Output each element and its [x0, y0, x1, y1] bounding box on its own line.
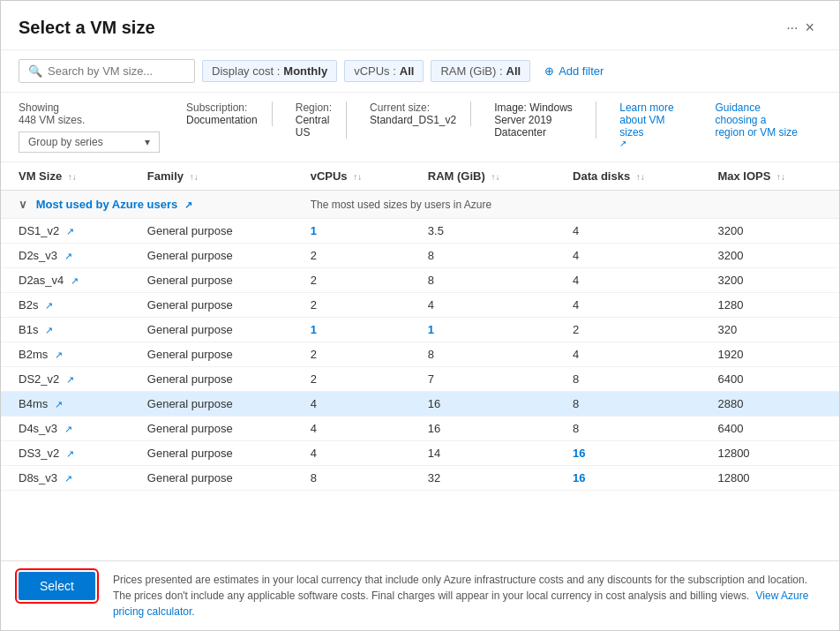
- cell-vm-name: D2as_v4 ↗: [1, 268, 130, 293]
- ellipsis-menu[interactable]: ···: [786, 20, 798, 36]
- table-row[interactable]: D4s_v3 ↗ General purpose 4 16 8 6400: [1, 417, 839, 441]
- search-icon: 🔍: [28, 64, 42, 78]
- vm-trend-link[interactable]: ↗: [45, 300, 53, 311]
- table-row[interactable]: DS1_v2 ↗ General purpose 1 3.5 4 3200: [1, 219, 839, 244]
- table-row[interactable]: B4ms ↗ General purpose 4 16 8 2880: [1, 392, 839, 417]
- sort-icon: ↑↓: [68, 172, 77, 182]
- group-by-dropdown[interactable]: Group by series ▾: [19, 131, 160, 153]
- cell-family: General purpose: [130, 392, 293, 417]
- region-label: Region:: [296, 101, 332, 114]
- cell-iops: 3200: [700, 219, 839, 244]
- cell-iops: 320: [700, 318, 839, 342]
- current-size-label: Current size:: [370, 101, 456, 114]
- col-data-disks[interactable]: Data disks ↑↓: [555, 162, 700, 191]
- group-description: The most used sizes by users in Azure: [293, 191, 839, 219]
- cell-family: General purpose: [130, 367, 293, 392]
- cell-vcpus: 1: [293, 318, 410, 342]
- cell-ram: 16: [410, 392, 555, 417]
- guidance-link[interactable]: Guidance choosing a region or VM size: [715, 101, 799, 139]
- group-link-icon: ↗: [184, 199, 192, 210]
- sort-icon: ↑↓: [190, 172, 199, 182]
- cell-disks: 8: [555, 392, 700, 417]
- table-row[interactable]: B1s ↗ General purpose 1 1 2 320: [1, 318, 839, 342]
- vm-trend-link[interactable]: ↗: [64, 424, 72, 434]
- col-max-iops[interactable]: Max IOPS ↑↓: [700, 162, 839, 191]
- vm-trend-link[interactable]: ↗: [66, 448, 74, 459]
- cell-ram: 8: [410, 342, 555, 367]
- col-ram[interactable]: RAM (GiB) ↑↓: [410, 162, 555, 191]
- image-label: Image: Windows Server 2019 Datacenter: [494, 101, 581, 139]
- learn-more-link[interactable]: Learn more about VM sizes: [619, 101, 678, 139]
- search-box[interactable]: 🔍: [19, 59, 195, 83]
- dialog-header: Select a VM size ··· ×: [1, 1, 839, 50]
- cell-vcpus: 2: [293, 367, 410, 392]
- group-row: ∨ Most used by Azure users ↗ The most us…: [1, 191, 839, 219]
- cell-family: General purpose: [130, 466, 293, 491]
- subscription-label: Subscription:: [186, 101, 258, 114]
- cell-iops: 12800: [700, 466, 839, 491]
- sort-icon: ↑↓: [353, 172, 362, 182]
- cell-disks: 4: [555, 342, 700, 367]
- sort-icon: ↑↓: [636, 172, 645, 182]
- cell-vm-name: D2s_v3 ↗: [1, 244, 130, 268]
- table-row[interactable]: D2s_v3 ↗ General purpose 2 8 4 3200: [1, 244, 839, 268]
- cell-ram: 4: [410, 293, 555, 318]
- cell-family: General purpose: [130, 441, 293, 466]
- col-vm-size[interactable]: VM Size ↑↓: [1, 162, 130, 191]
- cell-iops: 12800: [700, 441, 839, 466]
- vm-trend-link[interactable]: ↗: [66, 374, 74, 385]
- cell-disks: 8: [555, 417, 700, 441]
- ram-chip[interactable]: RAM (GiB) : All: [431, 60, 530, 82]
- add-filter-button[interactable]: ⊕ Add filter: [537, 61, 611, 81]
- vm-trend-link[interactable]: ↗: [55, 349, 63, 360]
- vm-trend-link[interactable]: ↗: [64, 473, 72, 484]
- cell-ram: 8: [410, 244, 555, 268]
- vcpus-chip[interactable]: vCPUs : All: [344, 60, 424, 82]
- table-body: ∨ Most used by Azure users ↗ The most us…: [1, 191, 839, 491]
- vm-trend-link[interactable]: ↗: [64, 251, 72, 261]
- cell-ram: 8: [410, 268, 555, 293]
- current-size-value: Standard_DS1_v2: [370, 114, 456, 126]
- cell-disks: 16: [555, 441, 700, 466]
- cell-iops: 1920: [700, 342, 839, 367]
- cell-disks: 4: [555, 268, 700, 293]
- table-row[interactable]: D8s_v3 ↗ General purpose 8 32 16 12800: [1, 466, 839, 491]
- close-button[interactable]: ×: [798, 15, 821, 41]
- col-vcpus[interactable]: vCPUs ↑↓: [293, 162, 410, 191]
- display-cost-chip[interactable]: Display cost : Monthly: [202, 60, 337, 82]
- table-row[interactable]: DS2_v2 ↗ General purpose 2 7 8 6400: [1, 367, 839, 392]
- vm-trend-link[interactable]: ↗: [45, 325, 53, 335]
- table-row[interactable]: DS3_v2 ↗ General purpose 4 14 16 12800: [1, 441, 839, 466]
- cell-vm-name: DS3_v2 ↗: [1, 441, 130, 466]
- cell-ram: 14: [410, 441, 555, 466]
- cell-vm-name: B2ms ↗: [1, 342, 130, 367]
- cell-iops: 6400: [700, 367, 839, 392]
- cell-disks: 16: [555, 466, 700, 491]
- select-button[interactable]: Select: [19, 572, 95, 600]
- collapse-icon[interactable]: ∨: [19, 198, 27, 211]
- cell-family: General purpose: [130, 244, 293, 268]
- display-cost-label: Display cost :: [212, 64, 280, 78]
- vm-trend-link[interactable]: ↗: [66, 226, 74, 237]
- vm-trend-link[interactable]: ↗: [71, 275, 79, 286]
- col-family[interactable]: Family ↑↓: [130, 162, 293, 191]
- cell-iops: 3200: [700, 244, 839, 268]
- cell-vm-name: B1s ↗: [1, 318, 130, 342]
- display-cost-value: Monthly: [283, 64, 327, 78]
- footer-note: Prices presented are estimates in your l…: [113, 572, 821, 620]
- vm-table: VM Size ↑↓ Family ↑↓ vCPUs ↑↓ RAM (GiB) …: [1, 162, 839, 491]
- cell-disks: 4: [555, 293, 700, 318]
- search-input[interactable]: [48, 64, 185, 78]
- cell-vcpus: 4: [293, 392, 410, 417]
- table-row[interactable]: B2ms ↗ General purpose 2 8 4 1920: [1, 342, 839, 367]
- link-icon: ↗: [619, 139, 678, 148]
- cell-vm-name: B4ms ↗: [1, 392, 130, 417]
- table-row[interactable]: B2s ↗ General purpose 2 4 4 1280: [1, 293, 839, 318]
- table-row[interactable]: D2as_v4 ↗ General purpose 2 8 4 3200: [1, 268, 839, 293]
- cell-vm-name: DS2_v2 ↗: [1, 367, 130, 392]
- cell-vcpus: 8: [293, 466, 410, 491]
- cell-vm-name: D4s_v3 ↗: [1, 417, 130, 441]
- cell-family: General purpose: [130, 268, 293, 293]
- cell-iops: 1280: [700, 293, 839, 318]
- vm-trend-link[interactable]: ↗: [55, 399, 63, 409]
